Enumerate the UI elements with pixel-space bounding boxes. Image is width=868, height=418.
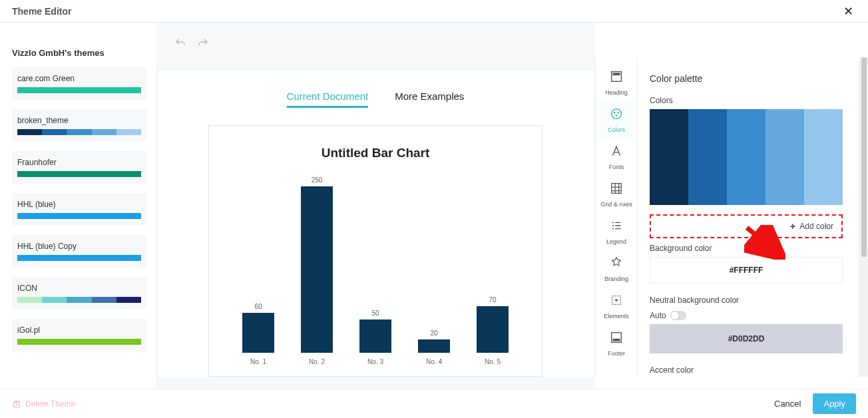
theme-item[interactable]: ICON xyxy=(12,277,146,310)
palette-color[interactable] xyxy=(688,109,727,205)
bar-rect xyxy=(359,319,391,353)
heading-icon xyxy=(609,69,624,87)
chart-bar: 60 xyxy=(240,303,276,353)
chart-bar: 20 xyxy=(416,329,452,353)
neutral-color-swatch[interactable]: #D0D2DD xyxy=(650,324,843,353)
theme-swatch xyxy=(17,87,141,93)
close-icon[interactable]: ✕ xyxy=(838,1,859,21)
properties-strip: HeadingColorsFontsGrid & AxesLegendBrand… xyxy=(595,57,638,377)
branding-icon xyxy=(609,256,624,273)
prop-branding[interactable]: Branding xyxy=(596,250,637,288)
legend-icon xyxy=(609,218,624,236)
prop-grid-axes[interactable]: Grid & Axes xyxy=(596,176,637,213)
svg-point-4 xyxy=(617,112,619,114)
add-color-label: Add color xyxy=(799,222,833,231)
bar-rect xyxy=(301,186,333,353)
app-body: Vizzlo GmbH's themes care.com Greenbroke… xyxy=(0,23,868,389)
theme-name: ICON xyxy=(17,284,141,293)
prop-label: Colors xyxy=(608,126,625,133)
svg-point-2 xyxy=(612,109,622,119)
neutral-color-value: #D0D2DD xyxy=(728,334,765,343)
theme-swatch xyxy=(17,297,141,303)
colors-label: Colors xyxy=(650,96,843,105)
prop-label: Legend xyxy=(606,238,626,245)
scrollbar-thumb[interactable] xyxy=(861,57,867,257)
bar-rect xyxy=(477,306,509,353)
bg-color-label: Background color xyxy=(650,244,843,253)
panel-scrollbar[interactable] xyxy=(859,57,868,377)
footer-icon xyxy=(609,330,624,347)
prop-heading[interactable]: Heading xyxy=(596,64,637,101)
cancel-button[interactable]: Cancel xyxy=(774,399,801,409)
bar-category: No. 1 xyxy=(240,358,276,365)
theme-swatch xyxy=(17,339,141,345)
chart-bar: 70 xyxy=(475,296,511,353)
delete-theme-button[interactable]: Delete Theme xyxy=(12,399,75,409)
prop-label: Elements xyxy=(604,313,629,319)
redo-icon[interactable] xyxy=(197,37,209,49)
bar-rect xyxy=(418,339,450,353)
bg-color-swatch[interactable]: #FFFFFF xyxy=(650,257,843,284)
theme-item[interactable]: care.com Green xyxy=(12,67,146,100)
palette-color[interactable] xyxy=(804,109,843,205)
prop-fonts[interactable]: Fonts xyxy=(596,138,637,176)
chart-area: 60250502070 xyxy=(229,176,522,353)
bar-value: 250 xyxy=(312,176,323,184)
panel-title: Color palette xyxy=(650,73,843,84)
prop-legend[interactable]: Legend xyxy=(596,213,637,250)
bg-color-value: #FFFFFF xyxy=(730,266,763,275)
undo-icon[interactable] xyxy=(174,37,186,49)
svg-point-7 xyxy=(615,299,618,302)
theme-item[interactable]: HHL (blue) Copy xyxy=(12,235,146,268)
svg-rect-9 xyxy=(613,339,620,341)
theme-name: HHL (blue) Copy xyxy=(17,242,141,251)
theme-swatch xyxy=(17,171,141,177)
theme-name: broken_theme xyxy=(17,116,141,125)
app-title: Theme Editor xyxy=(12,6,71,17)
plus-icon: + xyxy=(790,221,795,232)
chart-bar: 250 xyxy=(299,176,335,353)
color-palette[interactable] xyxy=(650,109,843,205)
neutral-auto-toggle[interactable]: Auto xyxy=(650,311,686,320)
bar-rect xyxy=(242,313,274,353)
elements-icon xyxy=(609,293,624,310)
theme-name: iGol.pl xyxy=(17,325,141,335)
neutral-label: Neutral background color xyxy=(650,296,843,305)
chart-card[interactable]: Untitled Bar Chart 60250502070 No. 1No. … xyxy=(208,125,542,377)
tab-more-examples[interactable]: More Examples xyxy=(395,91,464,108)
trash-icon xyxy=(12,399,21,409)
grid-icon xyxy=(609,181,624,198)
theme-swatch xyxy=(17,213,141,219)
prop-label: Heading xyxy=(605,89,628,96)
fonts-icon xyxy=(609,144,624,161)
theme-name: HHL (blue) xyxy=(17,200,141,209)
accent-label: Accent color xyxy=(650,365,843,375)
add-color-highlight: + Add color xyxy=(650,214,843,238)
theme-item[interactable]: iGol.pl xyxy=(12,319,146,351)
apply-button[interactable]: Apply xyxy=(813,393,856,414)
prop-label: Grid & Axes xyxy=(600,201,632,208)
settings-panel: Color palette Colors + Add color Backgro… xyxy=(638,57,859,377)
delete-theme-label: Delete Theme xyxy=(25,399,75,409)
prop-label: Branding xyxy=(604,276,628,282)
bar-value: 60 xyxy=(254,303,262,310)
tab-current-document[interactable]: Current Document xyxy=(287,91,369,108)
bar-category: No. 3 xyxy=(357,358,393,365)
palette-color[interactable] xyxy=(650,109,688,205)
themes-sidebar: Vizzlo GmbH's themes care.com Greenbroke… xyxy=(0,23,156,389)
prop-footer[interactable]: Footer xyxy=(596,325,637,362)
add-color-button[interactable]: + Add color xyxy=(783,217,840,236)
prop-label: Footer xyxy=(608,350,625,357)
app-header: Theme Editor ✕ xyxy=(0,0,868,23)
canvas-tabs: Current Document More Examples xyxy=(287,91,465,108)
palette-color[interactable] xyxy=(727,109,765,205)
palette-color[interactable] xyxy=(765,109,804,205)
prop-colors[interactable]: Colors xyxy=(596,101,637,138)
auto-label: Auto xyxy=(650,311,666,320)
bar-value: 20 xyxy=(430,329,437,337)
theme-item[interactable]: broken_theme xyxy=(12,109,146,142)
theme-item[interactable]: HHL (blue) xyxy=(12,193,146,226)
prop-elements[interactable]: Elements xyxy=(596,288,637,325)
center-canvas: Current Document More Examples Untitled … xyxy=(156,23,595,389)
theme-item[interactable]: Fraunhofer xyxy=(12,151,146,184)
